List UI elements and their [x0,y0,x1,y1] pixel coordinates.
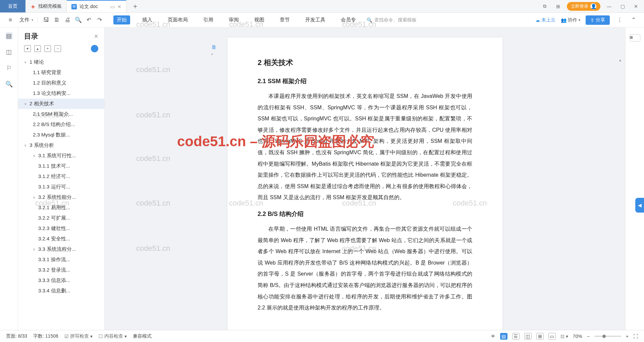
scroll-top-icon[interactable]: ▴ [619,58,624,62]
view-read-icon[interactable]: ◫ [524,333,532,340]
people-icon: 👥 [561,17,567,23]
minimize-button[interactable]: — [604,2,614,11]
outline-item[interactable]: 3.2.1 易用性... [18,203,104,213]
collapse-ribbon-icon[interactable]: ⌃ [629,16,638,24]
share-button[interactable]: ⇪ 分享 [586,15,610,25]
flag-rail-icon[interactable]: ⚐ [5,64,13,72]
outline-item[interactable]: 3.3.3 信息添... [18,275,104,286]
word-count[interactable]: 字数: 11508 [33,333,58,339]
outline-rail-icon[interactable]: ▤ [5,32,13,40]
view-outline-icon[interactable]: ☰ [512,333,520,340]
outline-item[interactable]: 1.1 研究背景 [18,67,104,78]
command-search[interactable]: 🔍 查找命令、搜索模板 [367,17,417,23]
ribbon-tab-5[interactable]: 视图 [251,15,268,24]
spellcheck-button[interactable]: ☑ 拼写检查 ▾ [64,333,93,339]
outline-item[interactable]: 3.3.1 操作流... [18,254,104,265]
ribbon-tab-3[interactable]: 引用 [200,15,217,24]
apps-icon[interactable]: ⊞ [553,2,563,11]
close-button[interactable]: ✕ [631,2,641,11]
ribbon-tab-6[interactable]: 章节 [276,15,293,24]
fullscreen-icon[interactable]: ⛶ [633,334,638,339]
more-icon[interactable]: ⋮ [615,16,624,24]
outline-item[interactable]: 3.2.2 可扩展... [18,213,104,223]
ribbon-tab-2[interactable]: 页面布局 [164,15,191,24]
undo-icon[interactable]: ↶ [85,16,93,24]
layout-icon[interactable]: ⧉ [540,2,549,11]
close-tab-icon[interactable]: ✕ [117,4,121,9]
login-button[interactable]: 立即登录 👤 [567,2,600,11]
save-icon[interactable]: 🖫 [42,16,50,24]
tab-templates[interactable]: ◈ 找稻壳模板 [25,0,67,12]
collaborate-button[interactable]: 👥 协作 ▾ [561,17,580,23]
eye-icon[interactable]: 👁 [491,334,495,339]
side-collapse-tab[interactable]: ◀ [635,198,644,213]
outline-item[interactable]: 2.2 B/S 结构介绍... [18,119,104,130]
outline-item[interactable]: 3.3.2 登录流... [18,265,104,275]
ribbon-tab-1[interactable]: 插入 [139,15,156,24]
bookmark-rail-icon[interactable]: ◫ [5,48,13,56]
window-icon[interactable]: ▭ [110,4,115,9]
content-check-button[interactable]: ☐ 内容检查 ▾ [99,333,127,339]
outline-item[interactable]: ∨2 相关技术 [18,99,104,109]
doc-icon: W [71,4,77,9]
ai-icon[interactable] [91,45,98,52]
tab-document[interactable]: W 论文.doc ▭ ✕ [67,0,126,12]
ribbon-tab-7[interactable]: 开发工具 [302,15,329,24]
panel-toggle[interactable]: ≡ [630,34,640,42]
menu-icon[interactable]: ≡ [6,16,15,24]
zoom-slider[interactable] [594,336,621,337]
outline-item[interactable]: ∨3.2 系统性能分... [18,192,104,203]
maximize-button[interactable]: ▢ [618,2,627,11]
search-icon: 🔍 [367,17,372,23]
page-indicator[interactable]: 页面: 8/33 [6,333,27,339]
zoom-in-icon[interactable]: + [626,334,629,339]
outline-item[interactable]: ∨3 系统分析 [18,140,104,151]
outline-item[interactable]: 2.1 SSM 框架介... [18,109,104,119]
compat-mode: 兼容模式 [133,333,152,339]
login-label: 立即登录 [571,3,588,9]
outline-item[interactable]: 2.3 Mysql 数据... [18,130,104,140]
outline-item[interactable]: ∨1 绪论 [18,57,104,67]
outline-item[interactable]: ∨3.1 系统可行性... [18,151,104,161]
cloud-status[interactable]: ☁ 未上云 [535,17,555,23]
search-rail-icon[interactable]: 🔍 [5,80,13,88]
outline-item[interactable]: 3.1.3 运行可... [18,182,104,192]
ribbon-tab-4[interactable]: 审阅 [225,15,242,24]
file-menu[interactable]: 文件 [19,17,30,23]
tab-home[interactable]: 首页 [0,0,25,12]
ribbon-tabs: 开始插入页面布局引用审阅视图章节开发工具会员专 [113,15,359,24]
outline-item[interactable]: ∨3.3 系统流程分... [18,244,104,254]
page-doc-icon[interactable]: 🗎 [211,44,217,50]
ribbon-tab-0[interactable]: 开始 [113,15,130,24]
outline-item[interactable]: 3.3.4 信息删... [18,286,104,296]
outline-item[interactable]: 3.1.1 技术可... [18,161,104,171]
view-fullwidth-icon[interactable]: ▭ [548,333,556,340]
add-heading-icon[interactable]: + [44,45,51,52]
collapse-all-icon[interactable]: ▾ [24,45,31,52]
outline-item[interactable]: 3.2.4 安全性... [18,234,104,244]
view-web-icon[interactable]: ⊞ [536,333,544,340]
view-page-icon[interactable]: ▤ [500,333,507,340]
print-icon[interactable]: 🖨 [63,16,72,24]
outline-item[interactable]: 1.2 目的和意义 [18,78,104,88]
cloud-label: 未上云 [541,17,555,23]
outline-item[interactable]: 3.2.3 健壮性... [18,223,104,234]
zoom-out-icon[interactable]: − [587,334,590,339]
expand-all-icon[interactable]: ▴ [34,45,41,52]
saveas-icon[interactable]: 🗎 [52,16,61,24]
zoom-value[interactable]: 70% [573,334,582,339]
ribbon-tab-8[interactable]: 会员专 [337,15,359,24]
page-tool-chev[interactable]: ▾ [211,52,217,56]
titlebar: 首页 ◈ 找稻壳模板 W 论文.doc ▭ ✕ ＋ ⧉ ⊞ 立即登录 👤 — ▢… [0,0,644,13]
remove-heading-icon[interactable]: − [54,45,61,52]
new-tab-button[interactable]: ＋ [126,0,144,12]
outline-item[interactable]: 3.1.2 经济可... [18,171,104,182]
preview-icon[interactable]: 🔍 [74,16,83,24]
avatar-icon: 👤 [590,3,596,9]
fit-page-icon[interactable]: ⊡ ▾ [560,334,568,339]
outline-item[interactable]: 1.3 论文结构安... [18,88,104,99]
fire-icon: ◈ [30,4,36,9]
close-panel-icon[interactable]: ✕ [94,33,98,40]
watermark-big: code51.cn – 源码乐园盗图必究 [177,132,374,151]
redo-icon[interactable]: ↷ [95,16,104,24]
